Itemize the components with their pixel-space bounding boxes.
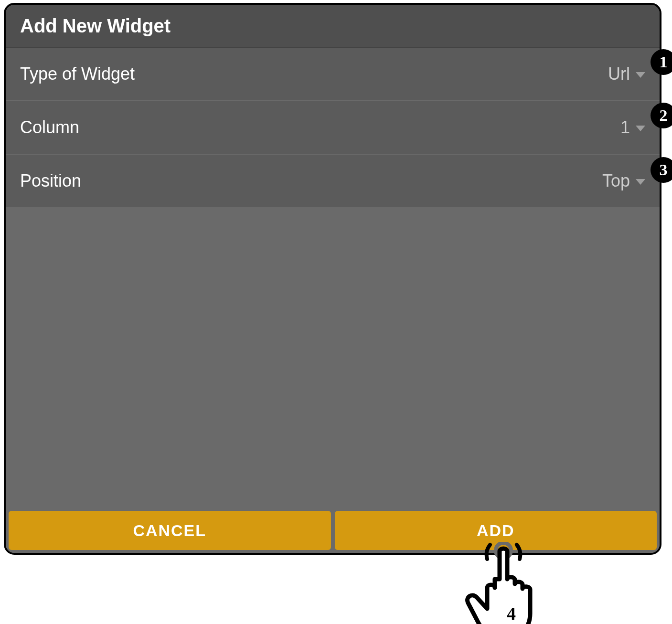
add-widget-dialog: Add New Widget Type of Widget Url Column…: [4, 3, 661, 555]
dialog-header: Add New Widget: [6, 5, 660, 48]
add-button[interactable]: ADD: [335, 511, 657, 550]
row-value: Url: [608, 64, 630, 84]
callout-badge-2: 2: [651, 103, 672, 128]
dialog-rows: Type of Widget Url Column 1 Position Top: [6, 48, 660, 208]
callout-badge-4: 4: [507, 603, 516, 624]
dialog-body: [6, 208, 660, 508]
row-value: Top: [602, 171, 630, 191]
row-value-wrap: Top: [602, 171, 645, 191]
row-position[interactable]: Position Top: [6, 155, 660, 208]
row-label: Position: [20, 171, 81, 191]
caret-down-icon: [636, 72, 645, 78]
caret-down-icon: [636, 179, 645, 185]
row-column[interactable]: Column 1: [6, 101, 660, 155]
callout-badge-3: 3: [651, 157, 672, 183]
row-label: Column: [20, 117, 79, 137]
row-type-of-widget[interactable]: Type of Widget Url: [6, 48, 660, 101]
cancel-button[interactable]: CANCEL: [9, 511, 331, 550]
caret-down-icon: [636, 126, 645, 131]
row-value-wrap: 1: [620, 117, 645, 137]
row-value: 1: [620, 117, 630, 137]
dialog-title: Add New Widget: [20, 15, 645, 37]
dialog-button-bar: CANCEL ADD: [6, 508, 660, 553]
callout-badge-1: 1: [651, 49, 672, 75]
row-label: Type of Widget: [20, 64, 135, 84]
row-value-wrap: Url: [608, 64, 645, 84]
